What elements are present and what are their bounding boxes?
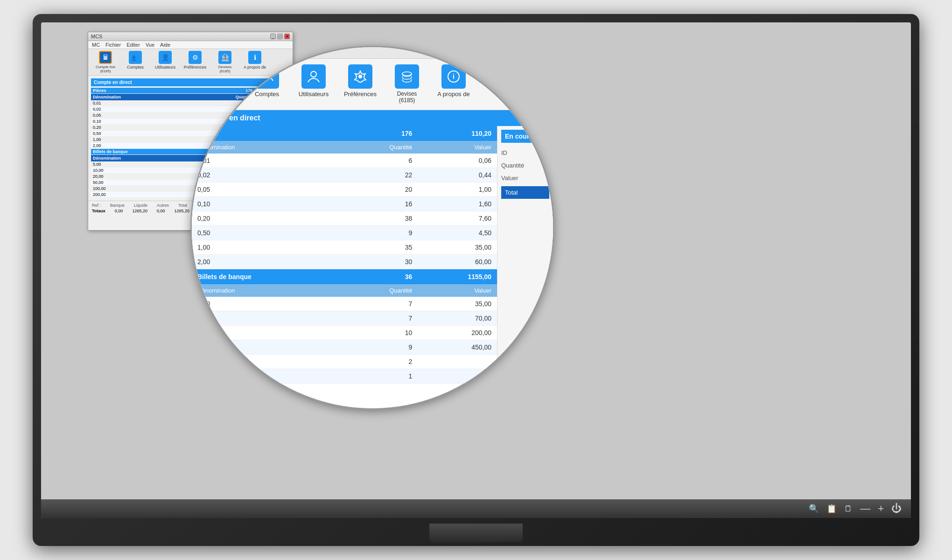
monitor: MCS _ □ ✕ MC Fichier Editer Vue Aide 🖩 C…	[33, 14, 919, 546]
magnify-circle: ilter Vue Aide	[190, 46, 554, 410]
preferences-toolbar-icon	[348, 64, 372, 89]
comptes-icon: 👥	[129, 51, 142, 64]
utilisateurs-toolbar-icon	[301, 64, 326, 89]
svg-text:i: i	[453, 73, 455, 80]
menu-mc[interactable]: MC	[92, 42, 100, 48]
svg-point-12	[489, 69, 493, 72]
side-label-total: Total	[501, 186, 549, 199]
toolbar-preferences[interactable]: Préférences	[339, 63, 381, 100]
bg-window-controls: _ □ ✕	[270, 34, 290, 39]
devises-toolbar-icon	[395, 64, 419, 89]
pieces-header-row: Pièces 176 110,20	[192, 126, 497, 141]
banque-col-header-row: Dénomination Quantité Valuer	[192, 284, 497, 297]
table-row: 5,00735,00	[192, 297, 497, 311]
compte-live-toolbar-icon	[208, 64, 232, 89]
table-row: 0,02220,44	[192, 168, 497, 182]
taskbar-power-icon[interactable]: ⏻	[891, 503, 902, 515]
toolbar-apropos[interactable]: i A propos de	[433, 63, 475, 100]
col-denomination: Dénomination	[192, 141, 340, 154]
side-label-id: ID	[501, 147, 549, 159]
bg-toolbar-compte-live-label: Compte live(6185)	[96, 65, 115, 73]
preferences-toolbar-label: Préférences	[344, 91, 377, 98]
magnified-data-table: Pièces 176 110,20 Dénomination Quantité …	[192, 126, 497, 384]
bg-toolbar-utilisateurs[interactable]: 👤 Utilisateurs	[152, 51, 179, 73]
table-row: 0,10161,60	[192, 196, 497, 211]
menu-editer[interactable]: Editer	[126, 42, 140, 48]
comptes-toolbar-icon	[255, 64, 279, 89]
safescan-logo: Safescan	[481, 63, 546, 82]
side-label-quantite: Quantité	[501, 159, 549, 172]
taskbar: 🔍 📋 🗒 — + ⏻	[41, 499, 911, 518]
safescan-logo-icon	[481, 63, 501, 82]
svg-point-7	[311, 71, 316, 77]
magnify-inner: ilter Vue Aide	[192, 47, 553, 408]
banque-header-row: Billets de banque 36 1155,00	[192, 269, 497, 284]
svg-point-9	[402, 72, 412, 76]
comptes-toolbar-label: Comptes	[255, 91, 279, 98]
bg-toolbar-compte-live[interactable]: 🖩 Compte live(6185)	[92, 51, 119, 73]
table-row: 0,20387,60	[192, 211, 497, 225]
svg-rect-4	[221, 76, 224, 79]
bg-toolbar-comptes-label: Comptes	[127, 65, 144, 70]
taskbar-minus-icon[interactable]: —	[860, 503, 870, 515]
pieces-val: 110,20	[418, 126, 497, 141]
menu-filter[interactable]: ilter	[199, 49, 210, 56]
totaux-label: Totaux	[92, 209, 105, 213]
maximize-button[interactable]: □	[277, 34, 283, 39]
magnified-menu: ilter Vue Aide	[192, 47, 553, 59]
menu-vue[interactable]: Vue	[146, 42, 154, 48]
table-row: 10,00770,00	[192, 311, 497, 325]
screen: MCS _ □ ✕ MC Fichier Editer Vue Aide 🖩 C…	[41, 22, 911, 518]
svg-point-8	[358, 75, 362, 78]
taskbar-notes-icon[interactable]: 🗒	[844, 504, 853, 514]
compte-live-toolbar-label: Compte live(6185)	[205, 91, 235, 104]
apropos-toolbar-label: A propos de	[437, 91, 469, 98]
table-row: 50,009450,00	[192, 340, 497, 354]
menu-vue-mag[interactable]: Vue	[219, 49, 231, 56]
menu-aide[interactable]: Aide	[160, 42, 170, 48]
banque-col-valuer: Valuer	[418, 284, 497, 297]
toolbar-devises[interactable]: Devises(6185)	[386, 63, 428, 106]
apropos-toolbar-icon: i	[441, 64, 466, 89]
bg-toolbar-comptes[interactable]: 👥 Comptes	[122, 51, 149, 73]
banque-col-quantite: Quantité	[340, 284, 418, 297]
magnified-content: Compte en direct Pièces 176 110,20	[192, 110, 553, 384]
toolbar-utilisateurs[interactable]: Utilisateurs	[293, 63, 335, 100]
svg-rect-1	[217, 73, 221, 74]
bg-window-titlebar: MCS _ □ ✕	[88, 32, 293, 41]
compte-live-icon: 🖩	[99, 51, 112, 64]
table-row: 2,003060,00	[192, 254, 497, 269]
col-quantite: Quantité	[340, 141, 418, 154]
svg-rect-3	[217, 77, 219, 77]
main-table-area: Pièces 176 110,20 Dénomination Quantité …	[192, 126, 497, 384]
banque-label: Billets de banque	[192, 269, 340, 284]
col-valuer: Valuer	[418, 141, 497, 154]
toolbar-comptes[interactable]: Comptes	[246, 63, 288, 100]
banque-col-denomination: Dénomination	[192, 284, 340, 297]
utilisateurs-icon: 👤	[159, 51, 172, 64]
svg-rect-2	[217, 75, 221, 76]
close-button[interactable]: ✕	[284, 34, 290, 39]
safescan-label: Safescan	[504, 67, 546, 78]
side-label-valuer: Valuer	[501, 172, 549, 184]
table-row: 1,003535,00	[192, 240, 497, 254]
pieces-label: Pièces	[192, 126, 340, 141]
magnified-section-title: Compte en direct	[192, 110, 553, 126]
banque-val: 1155,00	[418, 269, 497, 284]
menu-aide-mag[interactable]: Aide	[240, 49, 253, 56]
devises-toolbar-label: Devises(6185)	[397, 91, 417, 104]
toolbar-compte-live[interactable]: Compte live(6185)	[199, 63, 241, 106]
banque-qty: 36	[340, 269, 418, 284]
taskbar-plus-icon[interactable]: +	[878, 503, 884, 515]
table-row: 100,002	[192, 354, 497, 369]
table-row: 20,0010200,00	[192, 325, 497, 340]
magnified-toolbar: Compte live(6185) Comptes	[192, 59, 553, 110]
taskbar-clipboard-icon[interactable]: 📋	[826, 504, 837, 514]
taskbar-search-icon[interactable]: 🔍	[809, 504, 819, 514]
table-row: 0,5094,50	[192, 225, 497, 240]
menu-fichier[interactable]: Fichier	[105, 42, 121, 48]
col-header-row: Dénomination Quantité Valuer	[192, 141, 497, 154]
bg-toolbar-utilisateurs-label: Utilisateurs	[155, 65, 176, 70]
minimize-button[interactable]: _	[270, 34, 276, 39]
side-panel-title: En cours	[501, 130, 549, 143]
